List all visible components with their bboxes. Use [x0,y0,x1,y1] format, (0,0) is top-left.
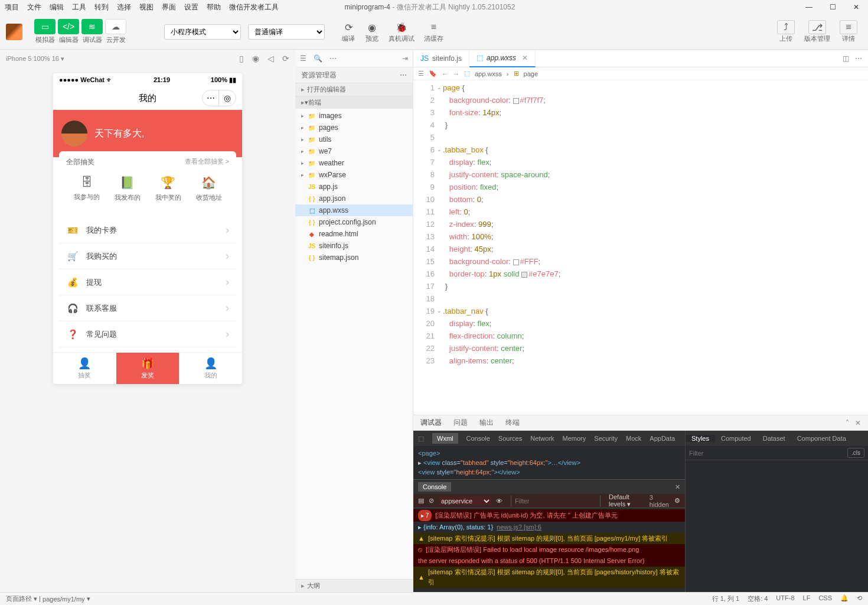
tree-node[interactable]: { }app.json [295,193,413,204]
devtools-collapse-icon[interactable]: ˄ [846,419,849,427]
eye-icon[interactable]: 👁 [496,497,502,505]
close-button[interactable]: ✕ [844,0,868,14]
view-all-link[interactable]: 查看全部抽奖 > [185,157,229,167]
remote-debug-button[interactable]: 🐞真机调试 [389,20,415,43]
tree-node[interactable]: ▸📁wxParse [295,169,413,181]
record-icon[interactable]: ◉ [252,54,259,63]
tree-node[interactable]: ▸📁we7 [295,145,413,157]
menu-界面[interactable]: 界面 [162,3,176,11]
tree-node[interactable]: JSapp.js [295,181,413,193]
menu-转到[interactable]: 转到 [94,3,109,11]
panel-tab[interactable]: Wxml [432,433,458,444]
panel-tab[interactable]: Memory [563,435,586,442]
capsule-close[interactable]: ◎ [219,90,236,106]
menu-工具[interactable]: 工具 [72,3,86,11]
console-clear-icon[interactable]: ⊘ [429,497,434,505]
tree-node[interactable]: ▸📁pages [295,122,413,134]
profile-header[interactable]: 天下有多大, [53,110,242,157]
bookmark-icon[interactable]: 🔖 [429,70,437,77]
list-item[interactable]: 💰提现 [59,269,236,295]
devtools-tab[interactable]: 终端 [505,418,520,428]
tree-node[interactable]: JSsiteinfo.js [295,240,413,252]
grid-item[interactable]: 🏆我中奖的 [155,175,181,202]
list-item[interactable]: 🎧联系客服 [59,295,236,321]
editor-tab[interactable]: ⬚ app.wxss✕ [469,50,536,67]
tree-node[interactable]: { }project.config.json [295,216,413,228]
tree-node[interactable]: ◆readme.html [295,228,413,240]
clear-cache-button[interactable]: ≡清缓存 [424,20,443,43]
console-close-icon[interactable]: ✕ [675,483,680,491]
tabbar-item[interactable]: 👤抽奖 [53,353,116,384]
compile-select[interactable]: 普通编译 [248,24,325,40]
menu-设置[interactable]: 设置 [184,3,198,11]
tree-node[interactable]: { }sitemap.json [295,252,413,264]
grid-item[interactable]: 📗我发布的 [115,175,141,202]
opened-editors[interactable]: 打开的编辑器 [295,83,413,96]
upload-button[interactable]: ⤴上传 [777,20,795,43]
inspect-icon[interactable]: ⬚ [418,435,424,443]
grid-item[interactable]: 🏠收货地址 [196,175,222,202]
outline-section[interactable]: 大纲 [295,579,413,592]
menu-帮助[interactable]: 帮助 [207,3,221,11]
code-area[interactable]: page { background-color: #f7f7f7; font-s… [443,80,868,415]
grid-item[interactable]: 🗄我参与的 [74,175,100,202]
styles-tab[interactable]: Styles [686,435,715,442]
menu-选择[interactable]: 选择 [117,3,131,11]
panel-tab[interactable]: AppData [650,435,675,442]
wxml-tree[interactable]: <page>▸ <view class="tabhead" style="hei… [413,446,685,479]
panel-tab[interactable]: Security [594,435,618,442]
devtools-close-icon[interactable]: ✕ [855,419,861,427]
tree-node[interactable]: ▸📁images [295,110,413,122]
menu-编辑[interactable]: 编辑 [50,3,64,11]
back-icon[interactable]: ◁ [267,54,274,63]
explorer-toggle-icon[interactable]: ☰ [300,54,306,63]
device-selector[interactable]: iPhone 5 100% 16 ▾ [6,55,64,63]
menu-文件[interactable]: 文件 [27,3,41,11]
bell-icon[interactable]: 🔔 [840,594,849,603]
panel-tab[interactable]: Sources [498,435,522,442]
editor-tab[interactable]: JS siteinfo.js [413,50,469,67]
debugger-button[interactable]: ≋调试器 [81,19,103,44]
version-button[interactable]: ⎇版本管理 [804,20,830,43]
menu-微信开发者工具[interactable]: 微信开发者工具 [229,3,279,11]
tree-node[interactable]: ▸📁weather [295,157,413,169]
crumb-back-icon[interactable]: ← [442,70,448,77]
list-item[interactable]: 🛒我购买的 [59,243,236,269]
project-root[interactable]: ▾ 前端 [295,96,413,109]
crumb-menu-icon[interactable]: ☰ [418,70,424,77]
mode-select[interactable]: 小程序模式 [164,24,241,40]
menu-视图[interactable]: 视图 [139,3,154,11]
console-scope-select[interactable]: appservice [439,497,491,505]
cloud-button[interactable]: ☁云开发 [105,19,126,44]
styles-tab[interactable]: Dataset [757,435,791,442]
editor-more-icon[interactable]: ⋯ [855,54,862,63]
editor-button[interactable]: </>编辑器 [58,19,79,44]
console-tab[interactable]: Console [418,482,451,492]
device-icon[interactable]: ▯ [239,54,244,63]
panel-tab[interactable]: Console [466,435,490,442]
compile-button[interactable]: ⟳编译 [341,20,355,43]
panel-tab[interactable]: Mock [626,435,641,442]
devtools-tab[interactable]: 调试器 [420,418,442,428]
refresh-icon[interactable]: ⟳ [282,54,289,63]
simulator-button[interactable]: ▭模拟器 [34,19,56,44]
console-levels[interactable]: Default levels ▾ [609,493,645,508]
styles-tab[interactable]: Component Data [791,435,852,442]
sync-icon[interactable]: ⟲ [857,594,862,603]
console-filter-input[interactable] [511,496,601,506]
maximize-button[interactable]: ☐ [821,0,844,14]
devtools-tab[interactable]: 输出 [479,418,494,428]
split-icon[interactable]: ◫ [843,54,849,63]
crumb-forward-icon[interactable]: → [453,70,459,77]
cls-toggle[interactable]: .cls [847,448,864,458]
menu-项目[interactable]: 项目 [5,3,19,11]
tabbar-item[interactable]: 👤我的 [179,353,242,384]
list-item[interactable]: 🎫我的卡券 [59,217,236,243]
more-icon[interactable]: ⋯ [329,54,337,63]
search-icon[interactable]: 🔍 [314,54,322,63]
explorer-menu-icon[interactable]: ⋯ [400,71,407,79]
user-avatar[interactable] [6,24,22,40]
collapse-icon[interactable]: ⇥ [402,54,408,63]
minimize-button[interactable]: — [797,0,821,14]
detail-button[interactable]: ≡详情 [840,20,857,43]
